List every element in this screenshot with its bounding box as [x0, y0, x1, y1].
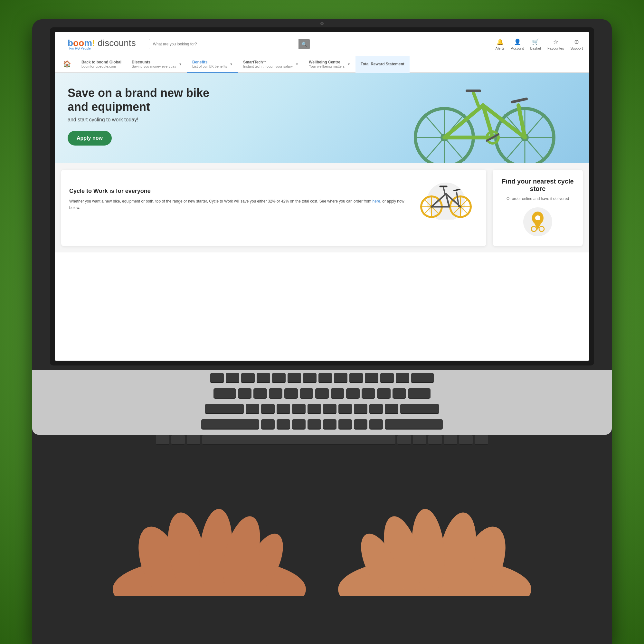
key[interactable] [346, 388, 360, 399]
main-nav: 🏠 Back to boom! Global boomforrgpeople.c… [55, 56, 589, 73]
key-down[interactable] [459, 435, 473, 445]
header-icons: 🔔 Alerts 👤 Account 🛒 Basket ☆ [496, 38, 583, 50]
nav-item-benefits[interactable]: Benefits List of our UK benefits ▼ [187, 56, 238, 73]
nav-item-discounts[interactable]: Discounts Saving you money everyday ▼ [127, 56, 187, 73]
key[interactable] [284, 388, 298, 399]
key[interactable] [261, 404, 275, 414]
favourites-label: Favourites [547, 46, 564, 50]
nav-item-smarttech[interactable]: SmartTech™ Instant tech through your sal… [238, 56, 304, 73]
key[interactable] [241, 373, 255, 383]
key[interactable] [277, 419, 290, 430]
search-input[interactable] [149, 39, 310, 49]
key[interactable] [272, 373, 286, 383]
key[interactable] [354, 404, 367, 414]
discounts-label: Discounts [132, 60, 176, 64]
key[interactable] [238, 388, 251, 399]
keyboard-area [32, 370, 612, 435]
key[interactable] [269, 388, 282, 399]
key[interactable] [365, 373, 378, 383]
key-ctrl-right[interactable] [413, 435, 426, 445]
logo: boom! discounts For RG People [68, 38, 136, 50]
key-alt[interactable] [187, 435, 200, 445]
nav-icon-alerts[interactable]: 🔔 Alerts [496, 38, 505, 50]
nav-item-total-reward[interactable]: Total Reward Statement [355, 56, 410, 73]
location-icon [501, 206, 575, 238]
key[interactable] [393, 388, 406, 399]
nav-icon-account[interactable]: 👤 Account [511, 38, 524, 50]
key[interactable] [257, 373, 270, 383]
key[interactable] [338, 404, 352, 414]
search-button[interactable]: 🔍 [298, 39, 310, 49]
key[interactable] [292, 404, 306, 414]
key[interactable] [213, 388, 236, 399]
key[interactable] [261, 419, 275, 430]
key-shift-right[interactable] [385, 419, 443, 430]
support-icon: ⊙ [574, 38, 579, 45]
key[interactable] [246, 404, 259, 414]
key[interactable] [292, 419, 306, 430]
benefits-sub: List of our UK benefits [192, 64, 227, 68]
key[interactable] [277, 404, 290, 414]
key[interactable] [315, 388, 329, 399]
key[interactable] [300, 388, 313, 399]
key-space[interactable] [202, 435, 395, 445]
alerts-label: Alerts [496, 46, 505, 50]
key[interactable] [253, 388, 267, 399]
key-ctrl[interactable] [171, 435, 185, 445]
key[interactable] [369, 419, 383, 430]
cycle-card-icon [414, 178, 478, 221]
discounts-sub: Saving you money everyday [132, 64, 176, 68]
key-right[interactable] [475, 435, 488, 445]
screen: boom! discounts For RG People 🔍 🔔 [55, 32, 589, 361]
key-shift-left[interactable] [201, 419, 259, 430]
key-fn[interactable] [156, 435, 169, 445]
logo-area: boom! discounts For RG People [61, 35, 142, 53]
key[interactable] [396, 373, 409, 383]
key[interactable] [226, 373, 239, 383]
nav-home-icon[interactable]: 🏠 [58, 56, 76, 72]
key[interactable] [288, 373, 301, 383]
key[interactable] [210, 373, 224, 383]
key-alt-right[interactable] [397, 435, 411, 445]
key[interactable] [408, 388, 431, 399]
smarttech-dropdown-arrow: ▼ [295, 62, 298, 66]
key[interactable] [334, 373, 347, 383]
hero-bike-image [380, 73, 573, 163]
key[interactable] [354, 419, 367, 430]
key[interactable] [303, 373, 317, 383]
search-container: 🔍 [149, 39, 310, 49]
key[interactable] [369, 404, 383, 414]
nav-item-wellbeing[interactable]: Wellbeing Centre Your wellbeing matters … [304, 56, 355, 73]
key[interactable] [308, 404, 321, 414]
svg-point-45 [535, 215, 540, 221]
key[interactable] [331, 388, 344, 399]
key-caps[interactable] [205, 404, 244, 414]
key[interactable] [411, 373, 434, 383]
nav-icon-basket[interactable]: 🛒 Basket [530, 38, 541, 50]
key[interactable] [362, 388, 375, 399]
key-left[interactable] [428, 435, 442, 445]
nav-item-back-to-boom[interactable]: Back to boom! Global boomforrgpeople.com [76, 56, 127, 73]
key[interactable] [318, 373, 332, 383]
key[interactable] [338, 419, 352, 430]
support-label: Support [570, 46, 583, 50]
here-link[interactable]: here [373, 199, 380, 204]
alerts-icon: 🔔 [497, 38, 504, 45]
content-section: Cycle to Work is for everyone Whether yo… [55, 163, 589, 252]
wellbeing-label: Wellbeing Centre [309, 60, 345, 64]
apply-now-button[interactable]: Apply now [68, 131, 112, 146]
key[interactable] [349, 373, 363, 383]
screen-bezel: boom! discounts For RG People 🔍 🔔 [50, 27, 594, 365]
nav-icon-favourites[interactable]: ☆ Favourites [547, 38, 564, 50]
key[interactable] [323, 419, 336, 430]
key-up[interactable] [444, 435, 457, 445]
benefits-label: Benefits [192, 60, 227, 64]
key[interactable] [308, 419, 321, 430]
svg-point-22 [427, 183, 465, 220]
key[interactable] [377, 388, 391, 399]
nav-icon-support[interactable]: ⊙ Support [570, 38, 583, 50]
key[interactable] [380, 373, 394, 383]
key-enter[interactable] [400, 404, 439, 414]
key[interactable] [385, 404, 398, 414]
key[interactable] [323, 404, 336, 414]
